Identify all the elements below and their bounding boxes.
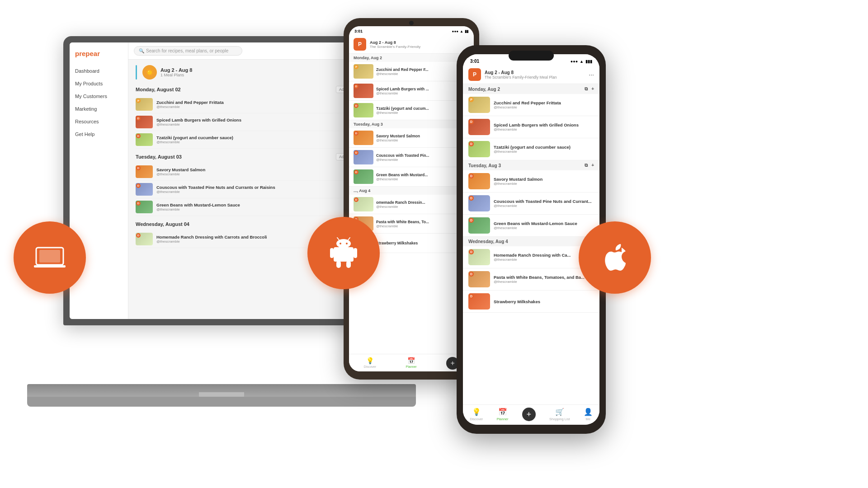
ios-nav-discover[interactable]: 💡 Discover (470, 408, 483, 421)
recipe-author: @thescramble (156, 172, 344, 176)
phone-recipe-name: Zucchini and Red Pepper F... (376, 67, 469, 72)
recipe-row[interactable]: D Couscous with Toasted Pine Nuts and Cu… (136, 181, 375, 198)
recipe-badge: D (136, 233, 141, 238)
ios-recipe-author: @thescramble (494, 280, 594, 284)
nav-planner[interactable]: 📅 Planner (406, 357, 417, 370)
meal-plan-subtitle: 1 Meal Plans (160, 73, 192, 77)
recipe-row[interactable]: D Green Beans with Mustard-Lemon Sauce @… (136, 198, 375, 216)
nav-discover-label: Discover (364, 365, 376, 368)
ios-screen: 3:01 ●●● ▲ ▮▮▮ P Aug 2 - Aug 8 The Scram… (463, 54, 599, 425)
ios-recipe-row[interactable]: D Couscous with Toasted Pine Nuts and Cu… (463, 192, 599, 215)
laptop-foot (27, 397, 416, 407)
ios-recipe-thumb: D (468, 173, 490, 189)
ios-day-label-wednesday: Wednesday, Aug 4 (468, 239, 508, 244)
recipe-badge: D (136, 116, 141, 121)
nav-discover[interactable]: 💡 Discover (364, 357, 376, 370)
svg-rect-3 (45, 265, 54, 267)
signal-icon: ●●● (571, 59, 578, 64)
ios-nav-planner[interactable]: 📅 Planner (497, 408, 509, 421)
ios-nav-add[interactable]: + (522, 408, 536, 421)
recipe-row[interactable]: P Zucchini and Red Pepper Frittata @thes… (136, 96, 375, 113)
ios-nav-me[interactable]: 👤 Me (584, 408, 593, 421)
meal-plan-header: ☀️ Aug 2 - Aug 8 1 Meal Plans Draft ▾ (136, 65, 375, 80)
sidebar-item-marketing[interactable]: Marketing (70, 103, 128, 115)
ios-day-tuesday: Tuesday, Aug 3 ⧉ + (463, 160, 599, 170)
recipe-author: @thescramble (156, 122, 344, 127)
sidebar-item-resources[interactable]: Resources (70, 115, 128, 128)
app-logo: prepear (70, 50, 128, 65)
ios-recipe-row[interactable]: D Pasta with White Beans, Tomatoes, and … (463, 268, 599, 291)
phone-recipe-row[interactable]: D Spiced Lamb Burgers with ... @thescram… (349, 81, 474, 101)
phone-recipe-info: Zucchini and Red Pepper F... @thescrambl… (376, 67, 469, 76)
recipe-row[interactable]: D Tzatziki (yogurt and cucumber sauce) @… (136, 131, 375, 149)
ios-recipe-name: Zucchini and Red Pepper Frittata (494, 100, 594, 105)
ios-recipe-row[interactable]: D Green Beans with Mustard-Lemon Sauce @… (463, 215, 599, 237)
phone-recipe-row[interactable]: D Savory Mustard Salmon @thescramble (349, 128, 474, 148)
android-circle[interactable] (307, 217, 380, 289)
ios-recipe-row[interactable]: D Spiced Lamb Burgers with Grilled Onion… (463, 116, 599, 138)
more-icon[interactable]: ··· (589, 71, 594, 78)
ios-recipe-row[interactable]: D Savory Mustard Salmon @thescramble (463, 170, 599, 192)
recipe-thumbnail: D (136, 165, 153, 178)
phone-recipe-row[interactable]: D omemade Ranch Dressin... @thescramble (349, 195, 474, 214)
recipe-info: Zucchini and Red Pepper Frittata @thescr… (156, 100, 344, 109)
svg-point-7 (346, 243, 348, 244)
phone-recipe-info: omemade Ranch Dressin... @thescramble (376, 200, 469, 209)
android-time: 3:01 (354, 29, 363, 33)
add-recipe-icon[interactable]: + (591, 163, 594, 168)
svg-line-8 (337, 238, 339, 240)
ios-day-label-monday: Monday, Aug 2 (468, 87, 500, 92)
ios-recipe-author: @thescramble (494, 226, 594, 230)
apple-icon (603, 243, 627, 272)
search-icon: 🔍 (139, 48, 144, 53)
svg-point-5 (336, 239, 351, 248)
ios-header-actions: ··· (589, 71, 594, 78)
ios-recipe-author: @thescramble (494, 105, 594, 109)
phone-recipe-row[interactable]: P Zucchini and Red Pepper F... @thescram… (349, 62, 474, 81)
recipe-author: @thescramble (156, 105, 344, 109)
phone-recipe-row[interactable]: D Tzatziki (yogurt and cucum... @thescra… (349, 101, 474, 120)
ios-status-icons: ●●● ▲ ▮▮▮ (571, 59, 592, 64)
phone-recipe-row[interactable]: D Couscous with Toasted Pin... @thescram… (349, 148, 474, 167)
ios-recipe-info: Tzatziki (yogurt and cucumber sauce) @th… (494, 145, 594, 154)
copy-icon[interactable]: ⧉ (585, 86, 588, 92)
laptop-circle[interactable] (14, 221, 86, 294)
phone-recipe-row[interactable]: D Green Beans with Mustard... @thescramb… (349, 167, 474, 187)
ios-recipe-thumb: P (468, 97, 490, 113)
ios-recipe-row[interactable]: P Zucchini and Red Pepper Frittata @thes… (463, 94, 599, 116)
ios-nav-shopping[interactable]: 🛒 Shopping List (549, 408, 570, 421)
phone-recipe-info: Savory Mustard Salmon @thescramble (376, 134, 469, 142)
wifi-icon: ▲ (460, 29, 463, 33)
ios-notch (509, 51, 554, 61)
phone-recipe-name: Savory Mustard Salmon (376, 134, 469, 138)
sidebar-item-customers[interactable]: My Customers (70, 90, 128, 103)
phone-recipe-info: Couscous with Toasted Pin... @thescrambl… (376, 153, 469, 162)
svg-rect-10 (330, 248, 334, 258)
svg-rect-4 (334, 247, 354, 262)
recipe-row[interactable]: D Spiced Lamb Burgers with Grilled Onion… (136, 113, 375, 131)
me-icon: 👤 (584, 408, 593, 416)
ios-recipe-name: Savory Mustard Salmon (494, 177, 594, 182)
status-icons: ●●● ▲ ▮▮ (452, 29, 468, 33)
ios-recipe-name: Spiced Lamb Burgers with Grilled Onions (494, 122, 594, 127)
ios-recipe-row[interactable]: D Strawberry Milkshakes (463, 291, 599, 313)
copy-icon[interactable]: ⧉ (585, 163, 588, 168)
day-header-tuesday: Tuesday, August 03 Add a Tip/Note 🔗 (136, 153, 375, 160)
ios-recipe-thumb: D (468, 293, 490, 310)
recipe-name: Spiced Lamb Burgers with Grilled Onions (156, 117, 344, 122)
recipe-badge: D (136, 201, 141, 206)
phone-recipe-name: Spiced Lamb Burgers with ... (376, 87, 469, 91)
search-box[interactable]: 🔍 Search for recipes, meal plans, or peo… (134, 46, 242, 56)
ios-recipe-info: Couscous with Toasted Pine Nuts and Curr… (494, 199, 594, 208)
phone-recipe-info: Green Beans with Mustard... @thescramble (376, 173, 469, 181)
sidebar-item-dashboard[interactable]: Dashboard (70, 65, 128, 77)
apple-circle[interactable] (579, 221, 651, 294)
sidebar-item-products[interactable]: My Products (70, 77, 128, 90)
ios-time: 3:01 (470, 59, 479, 64)
meal-plan-dates: Aug 2 - Aug 8 (160, 67, 192, 73)
recipe-row[interactable]: D Savory Mustard Salmon @thescramble 379… (136, 163, 375, 181)
ios-recipe-row[interactable]: D Tzatziki (yogurt and cucumber sauce) @… (463, 138, 599, 160)
add-recipe-icon[interactable]: + (591, 86, 594, 92)
left-accent (136, 65, 137, 80)
sidebar-item-help[interactable]: Get Help (70, 128, 128, 141)
